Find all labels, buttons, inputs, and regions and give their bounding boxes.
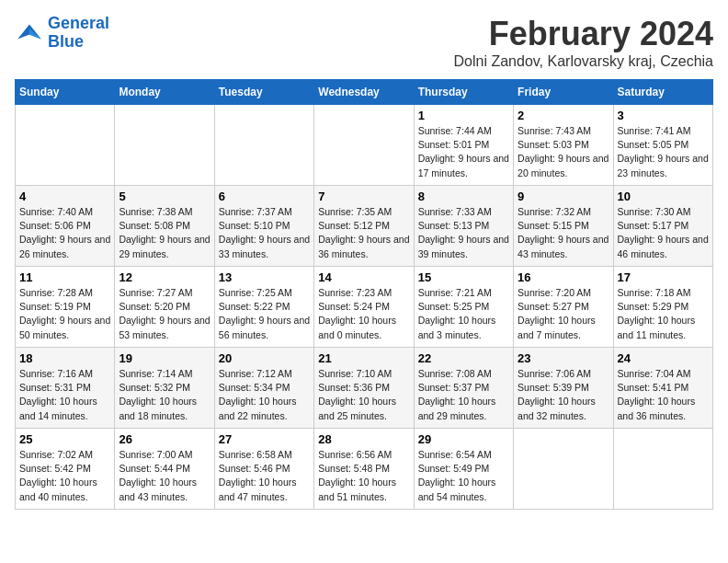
day-number: 22	[418, 351, 509, 365]
day-number: 6	[219, 190, 310, 203]
day-number: 24	[618, 351, 709, 365]
calendar-week-row: 25Sunrise: 7:02 AM Sunset: 5:42 PM Dayli…	[16, 429, 713, 510]
day-number: 15	[418, 270, 509, 284]
calendar-cell: 23Sunrise: 7:06 AM Sunset: 5:39 PM Dayli…	[514, 348, 613, 429]
day-number: 3	[618, 109, 709, 122]
calendar-cell: 7Sunrise: 7:35 AM Sunset: 5:12 PM Daylig…	[314, 186, 414, 267]
day-info: Sunrise: 7:40 AM Sunset: 5:06 PM Dayligh…	[19, 205, 110, 261]
day-info: Sunrise: 7:32 AM Sunset: 5:15 PM Dayligh…	[518, 205, 609, 261]
day-number: 4	[19, 190, 110, 203]
day-number: 13	[219, 270, 310, 284]
day-info: Sunrise: 6:54 AM Sunset: 5:49 PM Dayligh…	[418, 448, 509, 504]
calendar-cell: 5Sunrise: 7:38 AM Sunset: 5:08 PM Daylig…	[115, 186, 214, 267]
day-info: Sunrise: 7:37 AM Sunset: 5:10 PM Dayligh…	[219, 205, 310, 261]
day-number: 17	[618, 270, 709, 284]
weekday-header-thursday: Thursday	[414, 80, 513, 105]
weekday-header-row: SundayMondayTuesdayWednesdayThursdayFrid…	[16, 80, 713, 105]
day-number: 20	[219, 351, 310, 365]
day-info: Sunrise: 7:30 AM Sunset: 5:17 PM Dayligh…	[618, 205, 709, 261]
day-number: 23	[518, 351, 609, 365]
logo-icon	[15, 18, 44, 48]
calendar-cell: 4Sunrise: 7:40 AM Sunset: 5:06 PM Daylig…	[16, 186, 115, 267]
day-number: 21	[318, 351, 409, 365]
calendar-cell: 2Sunrise: 7:43 AM Sunset: 5:03 PM Daylig…	[514, 105, 613, 186]
day-info: Sunrise: 7:44 AM Sunset: 5:01 PM Dayligh…	[418, 124, 509, 180]
calendar-cell: 26Sunrise: 7:00 AM Sunset: 5:44 PM Dayli…	[115, 429, 214, 510]
calendar-cell: 16Sunrise: 7:20 AM Sunset: 5:27 PM Dayli…	[514, 267, 613, 348]
calendar-cell: 13Sunrise: 7:25 AM Sunset: 5:22 PM Dayli…	[214, 267, 313, 348]
calendar-cell	[214, 105, 313, 186]
day-info: Sunrise: 7:41 AM Sunset: 5:05 PM Dayligh…	[618, 124, 709, 180]
day-info: Sunrise: 7:20 AM Sunset: 5:27 PM Dayligh…	[518, 286, 609, 342]
day-info: Sunrise: 7:12 AM Sunset: 5:34 PM Dayligh…	[219, 367, 310, 423]
calendar-cell: 3Sunrise: 7:41 AM Sunset: 5:05 PM Daylig…	[613, 105, 712, 186]
day-number: 8	[418, 190, 509, 203]
day-number: 25	[19, 432, 110, 446]
day-info: Sunrise: 7:33 AM Sunset: 5:13 PM Dayligh…	[418, 205, 509, 261]
day-info: Sunrise: 7:38 AM Sunset: 5:08 PM Dayligh…	[119, 205, 210, 261]
day-number: 19	[119, 351, 210, 365]
weekday-header-saturday: Saturday	[613, 80, 712, 105]
day-info: Sunrise: 7:27 AM Sunset: 5:20 PM Dayligh…	[119, 286, 210, 342]
day-info: Sunrise: 7:10 AM Sunset: 5:36 PM Dayligh…	[318, 367, 409, 423]
day-number: 10	[618, 190, 709, 203]
weekday-header-sunday: Sunday	[16, 80, 115, 105]
day-number: 27	[219, 432, 310, 446]
calendar-week-row: 4Sunrise: 7:40 AM Sunset: 5:06 PM Daylig…	[16, 186, 713, 267]
calendar-cell	[314, 105, 414, 186]
day-info: Sunrise: 7:14 AM Sunset: 5:32 PM Dayligh…	[119, 367, 210, 423]
calendar-body: 1Sunrise: 7:44 AM Sunset: 5:01 PM Daylig…	[16, 105, 713, 510]
calendar-cell: 22Sunrise: 7:08 AM Sunset: 5:37 PM Dayli…	[414, 348, 513, 429]
calendar-cell: 28Sunrise: 6:56 AM Sunset: 5:48 PM Dayli…	[314, 429, 414, 510]
calendar-cell: 11Sunrise: 7:28 AM Sunset: 5:19 PM Dayli…	[16, 267, 115, 348]
weekday-header-wednesday: Wednesday	[314, 80, 414, 105]
calendar-cell: 12Sunrise: 7:27 AM Sunset: 5:20 PM Dayli…	[115, 267, 214, 348]
day-info: Sunrise: 7:02 AM Sunset: 5:42 PM Dayligh…	[19, 448, 110, 504]
day-number: 5	[119, 190, 210, 203]
calendar-week-row: 18Sunrise: 7:16 AM Sunset: 5:31 PM Dayli…	[16, 348, 713, 429]
weekday-header-monday: Monday	[115, 80, 214, 105]
calendar-cell: 29Sunrise: 6:54 AM Sunset: 5:49 PM Dayli…	[414, 429, 513, 510]
day-number: 18	[19, 351, 110, 365]
calendar-cell: 1Sunrise: 7:44 AM Sunset: 5:01 PM Daylig…	[414, 105, 513, 186]
day-info: Sunrise: 7:25 AM Sunset: 5:22 PM Dayligh…	[219, 286, 310, 342]
day-number: 28	[318, 432, 409, 446]
calendar-cell: 18Sunrise: 7:16 AM Sunset: 5:31 PM Dayli…	[16, 348, 115, 429]
day-info: Sunrise: 7:28 AM Sunset: 5:19 PM Dayligh…	[19, 286, 110, 342]
calendar-cell	[613, 429, 712, 510]
calendar-cell: 24Sunrise: 7:04 AM Sunset: 5:41 PM Dayli…	[613, 348, 712, 429]
calendar-cell: 27Sunrise: 6:58 AM Sunset: 5:46 PM Dayli…	[214, 429, 313, 510]
day-number: 12	[119, 270, 210, 284]
day-number: 26	[119, 432, 210, 446]
calendar-cell: 20Sunrise: 7:12 AM Sunset: 5:34 PM Dayli…	[214, 348, 313, 429]
calendar-cell: 14Sunrise: 7:23 AM Sunset: 5:24 PM Dayli…	[314, 267, 414, 348]
day-number: 7	[318, 190, 409, 203]
day-info: Sunrise: 7:43 AM Sunset: 5:03 PM Dayligh…	[518, 124, 609, 180]
calendar-cell: 21Sunrise: 7:10 AM Sunset: 5:36 PM Dayli…	[314, 348, 414, 429]
day-info: Sunrise: 7:08 AM Sunset: 5:37 PM Dayligh…	[418, 367, 509, 423]
calendar-table: SundayMondayTuesdayWednesdayThursdayFrid…	[15, 79, 713, 510]
calendar-cell	[16, 105, 115, 186]
month-year-title: February 2024	[454, 15, 713, 53]
calendar-cell: 10Sunrise: 7:30 AM Sunset: 5:17 PM Dayli…	[613, 186, 712, 267]
day-info: Sunrise: 7:21 AM Sunset: 5:25 PM Dayligh…	[418, 286, 509, 342]
day-info: Sunrise: 6:58 AM Sunset: 5:46 PM Dayligh…	[219, 448, 310, 504]
page-header: General Blue February 2024 Dolni Zandov,…	[15, 15, 713, 70]
calendar-header: SundayMondayTuesdayWednesdayThursdayFrid…	[16, 80, 713, 105]
day-number: 11	[19, 270, 110, 284]
day-info: Sunrise: 6:56 AM Sunset: 5:48 PM Dayligh…	[318, 448, 409, 504]
logo: General Blue	[15, 15, 109, 52]
day-number: 14	[318, 270, 409, 284]
logo-text: General Blue	[48, 15, 109, 52]
svg-marker-1	[29, 29, 41, 39]
day-info: Sunrise: 7:04 AM Sunset: 5:41 PM Dayligh…	[618, 367, 709, 423]
day-number: 29	[418, 432, 509, 446]
day-info: Sunrise: 7:00 AM Sunset: 5:44 PM Dayligh…	[119, 448, 210, 504]
calendar-cell: 17Sunrise: 7:18 AM Sunset: 5:29 PM Dayli…	[613, 267, 712, 348]
calendar-week-row: 1Sunrise: 7:44 AM Sunset: 5:01 PM Daylig…	[16, 105, 713, 186]
weekday-header-friday: Friday	[514, 80, 613, 105]
title-block: February 2024 Dolni Zandov, Karlovarsky …	[454, 15, 713, 70]
day-number: 2	[518, 109, 609, 122]
location-subtitle: Dolni Zandov, Karlovarsky kraj, Czechia	[454, 53, 713, 70]
calendar-cell: 9Sunrise: 7:32 AM Sunset: 5:15 PM Daylig…	[514, 186, 613, 267]
